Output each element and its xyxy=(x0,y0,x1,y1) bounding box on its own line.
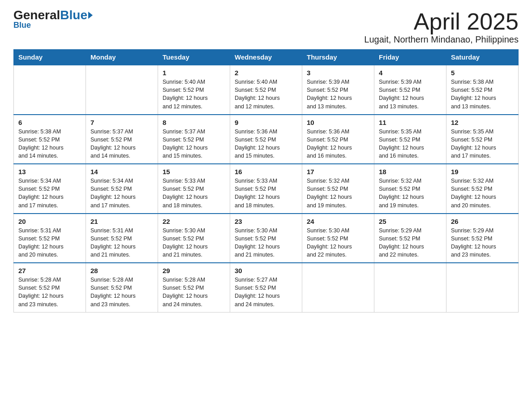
day-info: Sunrise: 5:35 AMSunset: 5:52 PMDaylight:… xyxy=(379,128,442,160)
calendar-cell: 12Sunrise: 5:35 AMSunset: 5:52 PMDayligh… xyxy=(446,115,519,164)
calendar-cell: 25Sunrise: 5:29 AMSunset: 5:52 PMDayligh… xyxy=(374,214,446,263)
calendar-cell: 11Sunrise: 5:35 AMSunset: 5:52 PMDayligh… xyxy=(374,115,446,164)
day-info: Sunrise: 5:36 AMSunset: 5:52 PMDaylight:… xyxy=(235,128,297,160)
day-info: Sunrise: 5:28 AMSunset: 5:52 PMDaylight:… xyxy=(90,276,153,308)
day-info: Sunrise: 5:36 AMSunset: 5:52 PMDaylight:… xyxy=(307,128,369,160)
calendar-cell: 1Sunrise: 5:40 AMSunset: 5:52 PMDaylight… xyxy=(158,65,230,115)
day-number: 11 xyxy=(379,119,442,126)
day-number: 4 xyxy=(379,69,442,77)
day-info: Sunrise: 5:32 AMSunset: 5:52 PMDaylight:… xyxy=(307,177,369,210)
calendar-week-row: 13Sunrise: 5:34 AMSunset: 5:52 PMDayligh… xyxy=(14,164,519,214)
day-info: Sunrise: 5:31 AMSunset: 5:52 PMDaylight:… xyxy=(90,227,153,259)
day-info: Sunrise: 5:29 AMSunset: 5:52 PMDaylight:… xyxy=(379,227,442,259)
day-number: 26 xyxy=(451,218,514,225)
day-number: 7 xyxy=(90,119,153,126)
calendar-week-row: 6Sunrise: 5:38 AMSunset: 5:52 PMDaylight… xyxy=(14,115,519,164)
day-info: Sunrise: 5:38 AMSunset: 5:52 PMDaylight:… xyxy=(18,128,81,160)
day-number: 16 xyxy=(235,168,297,176)
calendar-week-row: 1Sunrise: 5:40 AMSunset: 5:52 PMDaylight… xyxy=(14,65,519,115)
day-number: 6 xyxy=(18,119,81,126)
calendar-cell: 6Sunrise: 5:38 AMSunset: 5:52 PMDaylight… xyxy=(14,115,86,164)
day-info: Sunrise: 5:40 AMSunset: 5:52 PMDaylight:… xyxy=(163,78,225,111)
day-info: Sunrise: 5:37 AMSunset: 5:52 PMDaylight:… xyxy=(90,128,153,160)
title-block: April 2025 Lugait, Northern Mindanao, Ph… xyxy=(364,9,519,45)
calendar-cell xyxy=(374,263,446,312)
day-info: Sunrise: 5:33 AMSunset: 5:52 PMDaylight:… xyxy=(163,177,225,210)
calendar-cell: 29Sunrise: 5:28 AMSunset: 5:52 PMDayligh… xyxy=(158,263,230,312)
day-number: 12 xyxy=(451,119,514,126)
day-info: Sunrise: 5:30 AMSunset: 5:52 PMDaylight:… xyxy=(235,227,297,259)
calendar-cell: 18Sunrise: 5:32 AMSunset: 5:52 PMDayligh… xyxy=(374,164,446,214)
calendar-cell: 15Sunrise: 5:33 AMSunset: 5:52 PMDayligh… xyxy=(158,164,230,214)
calendar-cell xyxy=(446,263,519,312)
logo-subtitle: Blue xyxy=(13,21,31,30)
logo-blue-part: Blue xyxy=(60,9,93,21)
calendar-cell xyxy=(14,65,86,115)
column-header-saturday: Saturday xyxy=(446,50,519,65)
calendar-cell: 14Sunrise: 5:34 AMSunset: 5:52 PMDayligh… xyxy=(86,164,158,214)
day-info: Sunrise: 5:33 AMSunset: 5:52 PMDaylight:… xyxy=(235,177,297,210)
logo-arrow-icon xyxy=(88,12,93,19)
day-info: Sunrise: 5:34 AMSunset: 5:52 PMDaylight:… xyxy=(90,177,153,210)
calendar-cell: 20Sunrise: 5:31 AMSunset: 5:52 PMDayligh… xyxy=(14,214,86,263)
logo: General Blue Blue xyxy=(13,9,93,30)
calendar-cell xyxy=(302,263,374,312)
calendar-cell: 17Sunrise: 5:32 AMSunset: 5:52 PMDayligh… xyxy=(302,164,374,214)
day-number: 15 xyxy=(163,168,225,176)
day-number: 9 xyxy=(235,119,297,126)
column-header-sunday: Sunday xyxy=(14,50,86,65)
calendar-cell: 22Sunrise: 5:30 AMSunset: 5:52 PMDayligh… xyxy=(158,214,230,263)
day-number: 25 xyxy=(379,218,442,225)
day-number: 10 xyxy=(307,119,369,126)
day-info: Sunrise: 5:27 AMSunset: 5:52 PMDaylight:… xyxy=(235,276,297,308)
day-number: 3 xyxy=(307,69,369,77)
day-info: Sunrise: 5:34 AMSunset: 5:52 PMDaylight:… xyxy=(18,177,81,210)
day-info: Sunrise: 5:31 AMSunset: 5:52 PMDaylight:… xyxy=(18,227,81,259)
day-number: 19 xyxy=(451,168,514,176)
day-number: 2 xyxy=(235,69,297,77)
day-info: Sunrise: 5:38 AMSunset: 5:52 PMDaylight:… xyxy=(451,78,514,111)
logo-blue-text: Blue xyxy=(60,9,87,21)
calendar-cell: 4Sunrise: 5:39 AMSunset: 5:52 PMDaylight… xyxy=(374,65,446,115)
day-number: 21 xyxy=(90,218,153,225)
column-header-wednesday: Wednesday xyxy=(230,50,302,65)
calendar-cell: 2Sunrise: 5:40 AMSunset: 5:52 PMDaylight… xyxy=(230,65,302,115)
page-header: General Blue Blue April 2025 Lugait, Nor… xyxy=(13,9,519,45)
day-number: 30 xyxy=(235,267,297,274)
calendar-cell: 8Sunrise: 5:37 AMSunset: 5:52 PMDaylight… xyxy=(158,115,230,164)
day-number: 29 xyxy=(163,267,225,274)
column-header-tuesday: Tuesday xyxy=(158,50,230,65)
calendar-header-row: SundayMondayTuesdayWednesdayThursdayFrid… xyxy=(14,50,519,65)
day-info: Sunrise: 5:37 AMSunset: 5:52 PMDaylight:… xyxy=(163,128,225,160)
calendar-cell: 19Sunrise: 5:32 AMSunset: 5:52 PMDayligh… xyxy=(446,164,519,214)
calendar-cell: 16Sunrise: 5:33 AMSunset: 5:52 PMDayligh… xyxy=(230,164,302,214)
calendar-cell: 30Sunrise: 5:27 AMSunset: 5:52 PMDayligh… xyxy=(230,263,302,312)
day-number: 27 xyxy=(18,267,81,274)
calendar-cell: 10Sunrise: 5:36 AMSunset: 5:52 PMDayligh… xyxy=(302,115,374,164)
day-number: 14 xyxy=(90,168,153,176)
day-number: 28 xyxy=(90,267,153,274)
calendar-cell: 24Sunrise: 5:30 AMSunset: 5:52 PMDayligh… xyxy=(302,214,374,263)
day-number: 5 xyxy=(451,69,514,77)
day-info: Sunrise: 5:39 AMSunset: 5:52 PMDaylight:… xyxy=(307,78,369,111)
calendar-table: SundayMondayTuesdayWednesdayThursdayFrid… xyxy=(13,49,519,313)
day-info: Sunrise: 5:30 AMSunset: 5:52 PMDaylight:… xyxy=(307,227,369,259)
day-info: Sunrise: 5:35 AMSunset: 5:52 PMDaylight:… xyxy=(451,128,514,160)
calendar-cell: 27Sunrise: 5:28 AMSunset: 5:52 PMDayligh… xyxy=(14,263,86,312)
column-header-thursday: Thursday xyxy=(302,50,374,65)
day-info: Sunrise: 5:40 AMSunset: 5:52 PMDaylight:… xyxy=(235,78,297,111)
day-info: Sunrise: 5:28 AMSunset: 5:52 PMDaylight:… xyxy=(18,276,81,308)
day-info: Sunrise: 5:39 AMSunset: 5:52 PMDaylight:… xyxy=(379,78,442,111)
calendar-cell: 26Sunrise: 5:29 AMSunset: 5:52 PMDayligh… xyxy=(446,214,519,263)
calendar-cell: 9Sunrise: 5:36 AMSunset: 5:52 PMDaylight… xyxy=(230,115,302,164)
day-info: Sunrise: 5:28 AMSunset: 5:52 PMDaylight:… xyxy=(163,276,225,308)
column-header-monday: Monday xyxy=(86,50,158,65)
day-info: Sunrise: 5:32 AMSunset: 5:52 PMDaylight:… xyxy=(379,177,442,210)
day-number: 18 xyxy=(379,168,442,176)
column-header-friday: Friday xyxy=(374,50,446,65)
calendar-cell: 21Sunrise: 5:31 AMSunset: 5:52 PMDayligh… xyxy=(86,214,158,263)
day-info: Sunrise: 5:29 AMSunset: 5:52 PMDaylight:… xyxy=(451,227,514,259)
calendar-cell: 28Sunrise: 5:28 AMSunset: 5:52 PMDayligh… xyxy=(86,263,158,312)
calendar-cell: 13Sunrise: 5:34 AMSunset: 5:52 PMDayligh… xyxy=(14,164,86,214)
calendar-cell: 23Sunrise: 5:30 AMSunset: 5:52 PMDayligh… xyxy=(230,214,302,263)
